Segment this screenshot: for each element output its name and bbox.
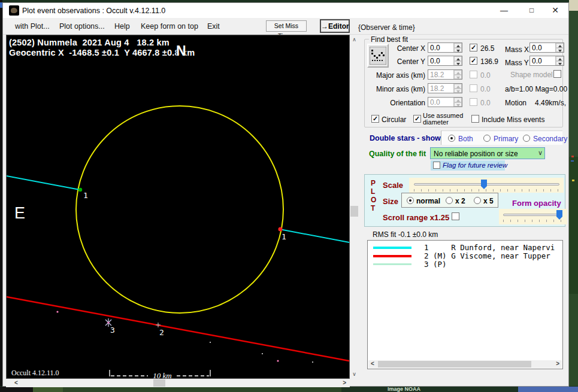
- menu-exit[interactable]: Exit: [207, 22, 220, 31]
- use-assumed-diameter-checkbox[interactable]: ✓: [413, 115, 421, 123]
- menu-bar: with Plot... Plot options... Help Keep f…: [3, 18, 568, 35]
- scroll-range-checkbox[interactable]: [452, 212, 459, 220]
- include-miss-events-checkbox[interactable]: [471, 115, 479, 123]
- motion-label: Motion: [505, 99, 526, 107]
- orientation-cb-value: 0.0: [480, 99, 491, 107]
- double-stars-secondary-radio[interactable]: [523, 135, 530, 142]
- mass-x-spinner[interactable]: [555, 43, 564, 52]
- menu-help[interactable]: Help: [114, 22, 130, 31]
- observation-row-2[interactable]: 2 (M) G Viscome, near Tupper: [368, 251, 562, 260]
- menu-with-plot[interactable]: with Plot...: [15, 22, 50, 31]
- size-normal-label: normal: [416, 197, 440, 205]
- chord1-start-label: 1: [83, 191, 88, 200]
- minimize-button[interactable]: —: [491, 3, 518, 18]
- field-dot-3: [312, 361, 313, 363]
- mass-y-spinner[interactable]: [555, 56, 564, 65]
- size-x2-radio[interactable]: [446, 197, 453, 204]
- find-best-fit-label: Find best fit: [369, 35, 410, 44]
- major-axis-cb-value: 0.0: [480, 71, 491, 80]
- flag-review-checkbox[interactable]: [433, 162, 440, 169]
- chord1-color-swatch: [373, 247, 411, 249]
- center-y-input[interactable]: 0.0: [428, 56, 462, 66]
- chord2-line: [7, 297, 349, 361]
- mass-y-input[interactable]: 0.0: [529, 56, 564, 66]
- scale-label: Scale: [383, 181, 403, 190]
- time-y-checkbox[interactable]: ✓: [470, 57, 477, 65]
- size-label: Size: [383, 197, 398, 206]
- motion-value: 4.49km/s,: [535, 99, 566, 107]
- double-stars-primary-label: Primary: [494, 135, 518, 143]
- list-scroll-left-icon[interactable]: <: [371, 360, 374, 367]
- rms-fit-label: RMS fit -0.1 ±0.0 km: [373, 230, 438, 239]
- desktop-right-speck-3: [572, 180, 574, 181]
- horizontal-scroll-thumb[interactable]: [153, 379, 165, 387]
- scale-slider-thumb[interactable]: [481, 180, 487, 189]
- editor-button[interactable]: →Editor: [320, 19, 350, 33]
- major-axis-checkbox: [470, 71, 477, 78]
- size-x5-radio[interactable]: [474, 197, 481, 204]
- orientation-input: 0.0: [428, 97, 462, 107]
- scroll-right-icon[interactable]: >: [343, 379, 346, 386]
- scroll-left-icon[interactable]: <: [14, 379, 18, 386]
- field-dot-pink-2: [277, 360, 279, 361]
- flag-review-strip: Flag for future review: [431, 160, 505, 171]
- plot-canvas[interactable]: 1 1 3 2 10: [6, 35, 350, 379]
- center-x-spinner[interactable]: [453, 43, 462, 52]
- chord1-reappearance-dot: [279, 227, 283, 232]
- scale-bar-label: 10 km: [153, 371, 171, 378]
- listbox-horizontal-scrollbar[interactable]: < >: [368, 360, 562, 368]
- quality-of-fit-label: Quality of the fit: [369, 150, 426, 158]
- center-y-spinner[interactable]: [453, 56, 462, 65]
- dropdown-chevron-icon[interactable]: ∨: [538, 149, 543, 157]
- close-button[interactable]: ✕: [543, 3, 567, 18]
- observation-2-text: 2 (M) G Viscome, near Tupper: [424, 251, 550, 260]
- form-opacity-track[interactable]: [503, 214, 562, 216]
- menu-keep-form-on-top[interactable]: Keep form on top: [141, 22, 198, 31]
- list-scroll-right-icon[interactable]: >: [556, 360, 559, 367]
- shape-model-label: Shape model: [510, 71, 553, 79]
- app-window: Plot event observations : Occult v.4.12.…: [2, 2, 569, 387]
- scroll-up-icon[interactable]: ∧: [350, 37, 359, 42]
- orientation-checkbox: [470, 98, 477, 106]
- plot-settings-panel: P L O T Scale Size normal x 2 x 5 Form o…: [364, 174, 565, 227]
- size-radio-group: normal x 2 x 5: [401, 193, 498, 208]
- list-scroll-thumb[interactable]: [378, 361, 531, 367]
- use-assumed-line2: diameter: [423, 118, 449, 126]
- plot-horizontal-scrollbar[interactable]: < >: [6, 379, 350, 387]
- double-stars-primary-radio[interactable]: [483, 135, 491, 142]
- set-miss-times-button[interactable]: Set Miss Times: [266, 20, 307, 32]
- field-dot-1: [210, 342, 211, 343]
- maximize-button[interactable]: □: [518, 3, 545, 18]
- observer-time-label: {Observer & time}: [358, 23, 415, 32]
- size-normal-radio[interactable]: [407, 197, 414, 204]
- center-x-label: Center X: [383, 44, 425, 53]
- center-x-input[interactable]: 0.0: [428, 42, 462, 53]
- mass-y-label: Mass Y: [505, 59, 529, 67]
- form-opacity-thumb[interactable]: [556, 210, 562, 220]
- observation-row-3[interactable]: 3 (P): [368, 260, 562, 268]
- desktop-bottom-water: [518, 387, 578, 392]
- time-x-checkbox[interactable]: ✓: [470, 44, 477, 51]
- observations-listbox[interactable]: 1 R Dunford, near Napervi 2 (M) G Viscom…: [367, 240, 563, 369]
- desktop-right-strip: [569, 0, 578, 392]
- chord2-label: 2: [159, 328, 164, 337]
- vertical-scroll-thumb[interactable]: [350, 206, 358, 217]
- desktop-bottom-dark: [0, 387, 33, 392]
- map-attribution: Image NOAA: [388, 386, 420, 392]
- plot-vertical-scrollbar[interactable]: ∧ ∨: [350, 35, 359, 379]
- field-dot-2: [262, 353, 263, 354]
- scale-slider[interactable]: [409, 178, 564, 193]
- menu-plot-options[interactable]: Plot options...: [59, 22, 105, 31]
- double-stars-both-radio[interactable]: [448, 135, 455, 142]
- shape-model-checkbox[interactable]: [553, 70, 561, 78]
- mass-x-input[interactable]: 0.0: [529, 42, 564, 53]
- scroll-down-icon[interactable]: ∨: [350, 371, 359, 377]
- double-stars-both-label: Both: [458, 135, 473, 143]
- chord2-color-swatch: [373, 255, 411, 257]
- desktop-right-speck-2: [571, 160, 574, 162]
- form-opacity-slider[interactable]: [499, 209, 567, 224]
- observation-row-1[interactable]: 1 R Dunford, near Napervi: [368, 243, 562, 251]
- title-bar[interactable]: Plot event observations : Occult v.4.12.…: [3, 3, 568, 18]
- circular-checkbox[interactable]: ✓: [371, 115, 379, 123]
- quality-dropdown[interactable]: No reliable position or size ∨: [430, 147, 545, 159]
